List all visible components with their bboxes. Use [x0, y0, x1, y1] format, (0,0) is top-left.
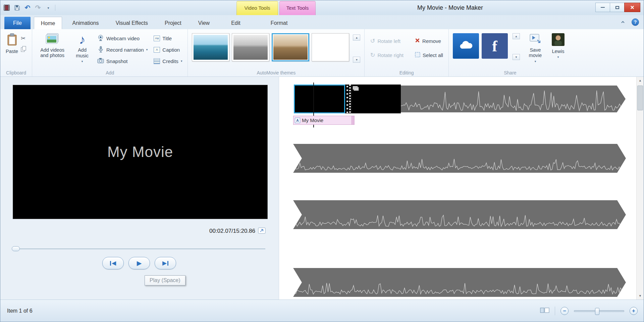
play-button[interactable]: ▶ — [128, 257, 150, 269]
tab-format[interactable]: Format — [264, 17, 294, 29]
audio-track-row-1[interactable] — [401, 86, 626, 112]
select-all-label: Select all — [423, 52, 443, 58]
vertical-scrollbar[interactable]: ▲ ▼ — [636, 77, 644, 300]
undo-icon[interactable]: ↶ — [24, 4, 31, 11]
cut-button[interactable]: ✂ — [19, 34, 28, 43]
save-movie-icon — [529, 33, 541, 46]
tab-edit[interactable]: Edit — [224, 17, 247, 29]
title-button[interactable]: Aa Title — [152, 34, 183, 43]
tab-animations[interactable]: Animations — [65, 17, 105, 29]
contextual-header-video-tools[interactable]: Video Tools — [236, 1, 278, 15]
chevron-down-icon: ▾ — [535, 60, 536, 63]
qat-dropdown-icon[interactable]: ▾ — [45, 4, 52, 11]
add-videos-button[interactable]: Add videos and photos — [36, 32, 68, 68]
record-narration-label: Record narration — [106, 47, 144, 53]
redo-icon[interactable]: ↷ — [34, 4, 42, 11]
close-button[interactable]: × — [624, 3, 640, 12]
audio-track-row-3[interactable] — [293, 200, 626, 229]
save-icon[interactable] — [13, 4, 21, 11]
share-group-label: Share — [449, 70, 572, 75]
trim-handle[interactable] — [352, 116, 354, 124]
theme-thumbnail-blank[interactable] — [312, 33, 349, 61]
credits-button[interactable]: Credits ▾ — [152, 57, 183, 65]
tab-file[interactable]: File — [4, 17, 31, 29]
zoom-in-button[interactable]: + — [630, 307, 638, 315]
avatar — [552, 33, 565, 47]
music-note-icon: ♪ — [79, 33, 86, 46]
audio-track-row-2[interactable] — [293, 144, 626, 173]
rotate-left-button[interactable]: ↺ Rotate left — [369, 37, 405, 45]
rotate-right-button[interactable]: ↻ Rotate right — [369, 51, 405, 59]
scrollbar-thumb[interactable] — [637, 86, 643, 110]
save-movie-label: Save movie — [527, 47, 544, 58]
clipboard-icon — [7, 33, 17, 47]
seek-thumb[interactable] — [12, 246, 20, 251]
tab-home[interactable]: Home — [34, 17, 62, 29]
caption-label: Caption — [162, 47, 180, 53]
ribbon-group-editing: ↺ Rotate left ↻ Rotate right Remove — [365, 29, 449, 76]
snapshot-label: Snapshot — [106, 58, 127, 64]
theme-thumbnail-contemporary[interactable] — [232, 33, 269, 61]
video-preview[interactable]: My Movie — [13, 85, 268, 219]
scissors-icon: ✂ — [21, 35, 25, 42]
scroll-up-icon[interactable]: ▲ — [637, 77, 644, 84]
zoom-slider-thumb[interactable] — [595, 308, 599, 315]
tab-visual-effects[interactable]: Visual Effects — [109, 17, 155, 29]
storyboard-view-icon[interactable] — [540, 307, 549, 315]
restore-button[interactable] — [610, 3, 625, 12]
zoom-out-button[interactable]: − — [560, 307, 569, 315]
timecode: 00:02.07/15:20.86 — [0, 228, 255, 234]
caption-button[interactable]: A Caption — [152, 45, 183, 54]
tab-project[interactable]: Project — [158, 17, 188, 29]
credits-icon — [154, 58, 160, 64]
scroll-down-icon[interactable]: ▼ — [637, 292, 644, 300]
timeline-clip-selected[interactable] — [294, 85, 345, 113]
previous-frame-button[interactable]: ◀ — [102, 257, 124, 269]
contextual-header-text-tools[interactable]: Text Tools — [279, 1, 316, 15]
snapshot-button[interactable]: Snapshot — [96, 57, 149, 65]
remove-button[interactable]: Remove — [414, 37, 444, 45]
record-narration-button[interactable]: Record narration ▾ — [96, 45, 149, 54]
fullscreen-preview-icon[interactable] — [258, 227, 266, 235]
share-scroll-up-icon[interactable]: ▲ — [513, 33, 520, 39]
paste-button[interactable]: Paste — [4, 32, 19, 68]
seek-bar[interactable] — [14, 249, 265, 249]
filmstrip-edge — [346, 85, 352, 113]
tab-view[interactable]: View — [192, 17, 216, 29]
paste-label: Paste — [6, 49, 18, 54]
minimize-ribbon-icon[interactable] — [619, 19, 627, 25]
timeline-pane: A My Movie ▲ ▼ — [279, 77, 644, 300]
app-icon[interactable] — [3, 4, 10, 11]
microphone-icon — [97, 46, 104, 54]
text-item-icon: A — [295, 118, 300, 123]
next-frame-button[interactable]: ▶ — [155, 257, 176, 269]
remove-x-icon — [415, 38, 420, 44]
chevron-down-icon: ▾ — [146, 48, 148, 51]
user-account-button[interactable]: Lewis ▾ — [549, 32, 568, 68]
add-music-button[interactable]: ♪ Add music ▾ — [72, 32, 93, 68]
share-facebook-button[interactable]: f — [482, 33, 508, 59]
themes-scroll-down-icon[interactable]: ▼ — [353, 57, 360, 63]
timeline-title-item[interactable]: A My Movie — [293, 116, 355, 125]
minimize-button[interactable] — [595, 3, 610, 12]
webcam-video-label: Webcam video — [106, 36, 140, 41]
user-name-label: Lewis — [552, 49, 564, 54]
video-overlay-title: My Movie — [107, 144, 173, 160]
select-all-button[interactable]: Select all — [414, 51, 444, 59]
zoom-slider[interactable] — [574, 310, 624, 312]
themes-scroll-up-icon[interactable]: ▲ — [353, 35, 360, 41]
camera-icon — [97, 58, 104, 64]
share-scroll-down-icon[interactable]: ▼ — [513, 54, 520, 60]
copy-button[interactable] — [19, 45, 28, 54]
item-count-label: Item 1 of 6 — [7, 300, 33, 322]
audio-track-row-4[interactable] — [293, 268, 626, 297]
theme-thumbnail-default[interactable] — [192, 33, 229, 61]
help-icon[interactable]: ? — [632, 18, 639, 26]
webcam-video-button[interactable]: Webcam video — [96, 34, 149, 43]
save-movie-button[interactable]: Save movie ▾ — [525, 32, 546, 68]
caption-icon: A — [154, 47, 160, 53]
timeline-clip[interactable] — [345, 85, 401, 113]
theme-thumbnail-sepia-selected[interactable] — [272, 33, 309, 61]
webcam-icon — [97, 35, 104, 42]
share-onedrive-button[interactable] — [453, 33, 479, 59]
